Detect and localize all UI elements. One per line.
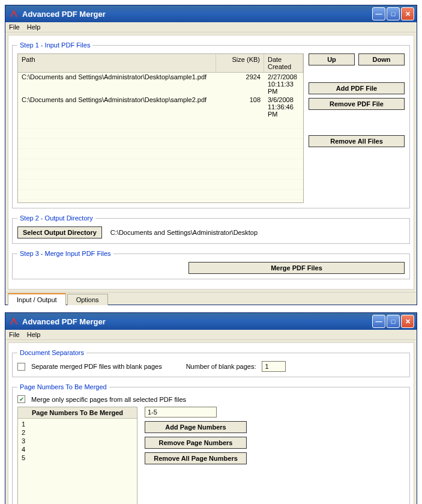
window-options: Advanced PDF Merger — □ ✕ File Help Docu… [5, 312, 417, 504]
num-pages-label: Number of blank pages: [186, 363, 256, 370]
remove-page-numbers-button[interactable]: Remove Page Numbers [145, 437, 247, 449]
list-item[interactable]: 2 [22, 428, 133, 437]
remove-pdf-button[interactable]: Remove PDF File [309, 98, 405, 110]
output-dir-path: C:\Documents and Settings\Administrator\… [110, 229, 258, 236]
menu-file[interactable]: File [9, 331, 20, 338]
page-numbers-group: Page Numbers To Be Merged ✔ Merge only s… [12, 383, 410, 504]
window-title: Advanced PDF Merger [22, 317, 372, 326]
menu-help[interactable]: Help [27, 331, 41, 338]
page-range-input[interactable] [145, 407, 217, 417]
step2-group: Step 2 - Output Directory Select Output … [12, 214, 410, 244]
minimize-button[interactable]: — [372, 7, 385, 20]
remove-all-page-numbers-button[interactable]: Remove All Page Numbers [145, 452, 247, 464]
menubar: File Help [5, 330, 417, 340]
col-header-size[interactable]: Size (KB) [216, 54, 264, 72]
separate-label: Separate merged PDF files with blank pag… [31, 363, 162, 370]
titlebar[interactable]: Advanced PDF Merger — □ ✕ [5, 5, 417, 22]
remove-all-button[interactable]: Remove All Files [309, 135, 405, 147]
col-header-date[interactable]: Date Created [264, 54, 303, 72]
app-icon [9, 9, 19, 19]
close-button[interactable]: ✕ [401, 315, 414, 328]
minimize-button[interactable]: — [372, 315, 385, 328]
menu-file[interactable]: File [9, 23, 20, 31]
list-item[interactable]: 3 [22, 437, 133, 445]
table-empty-area [18, 118, 303, 202]
file-table[interactable]: Path Size (KB) Date Created C:\Documents… [17, 53, 304, 203]
list-item[interactable]: 1 [22, 420, 133, 428]
merge-pdf-button[interactable]: Merge PDF Files [188, 262, 405, 274]
table-row[interactable]: C:\Documents and Settings\Administrator\… [18, 73, 303, 96]
separators-legend: Document Separators [17, 349, 86, 356]
list-item[interactable]: 5 [22, 454, 133, 462]
down-button[interactable]: Down [358, 53, 405, 65]
step1-legend: Step 1 - Input PDF Files [17, 41, 92, 49]
menu-help[interactable]: Help [27, 23, 41, 31]
add-page-numbers-button[interactable]: Add Page Numbers [145, 421, 247, 433]
page-numbers-list-header: Page Numbers To Be Merged [18, 407, 137, 419]
window-title: Advanced PDF Merger [22, 10, 372, 19]
separate-checkbox[interactable] [17, 363, 25, 371]
window-input-output: Advanced PDF Merger — □ ✕ File Help Step… [5, 5, 417, 305]
maximize-button[interactable]: □ [387, 7, 400, 20]
step1-group: Step 1 - Input PDF Files Path Size (KB) … [12, 41, 410, 208]
page-numbers-list[interactable]: Page Numbers To Be Merged 1 2 3 4 5 [17, 407, 137, 504]
col-header-path[interactable]: Path [18, 54, 216, 72]
step2-legend: Step 2 - Output Directory [17, 214, 95, 222]
merge-specific-checkbox[interactable]: ✔ [17, 395, 25, 403]
close-button[interactable]: ✕ [401, 7, 414, 20]
table-row[interactable]: C:\Documents and Settings\Administrator\… [18, 96, 303, 118]
titlebar[interactable]: Advanced PDF Merger — □ ✕ [5, 313, 417, 330]
tab-options[interactable]: Options [67, 294, 108, 305]
up-button[interactable]: Up [309, 53, 355, 65]
list-item[interactable]: 4 [22, 445, 133, 454]
separators-group: Document Separators Separate merged PDF … [12, 349, 410, 377]
select-output-dir-button[interactable]: Select Output Directory [17, 226, 102, 238]
maximize-button[interactable]: □ [387, 315, 400, 328]
tab-input-output[interactable]: Input / Output [8, 293, 66, 305]
add-pdf-button[interactable]: Add PDF File [309, 82, 405, 94]
app-icon [9, 317, 19, 326]
num-pages-input[interactable] [262, 361, 286, 372]
menubar: File Help [5, 22, 417, 32]
page-numbers-legend: Page Numbers To Be Merged [17, 383, 109, 390]
merge-specific-label: Merge only specific pages from all selec… [31, 396, 186, 403]
step3-legend: Step 3 - Merge Input PDF Files [17, 250, 113, 257]
tabstrip: Input / Output Options [5, 292, 417, 305]
step3-group: Step 3 - Merge Input PDF Files Merge PDF… [12, 250, 410, 279]
